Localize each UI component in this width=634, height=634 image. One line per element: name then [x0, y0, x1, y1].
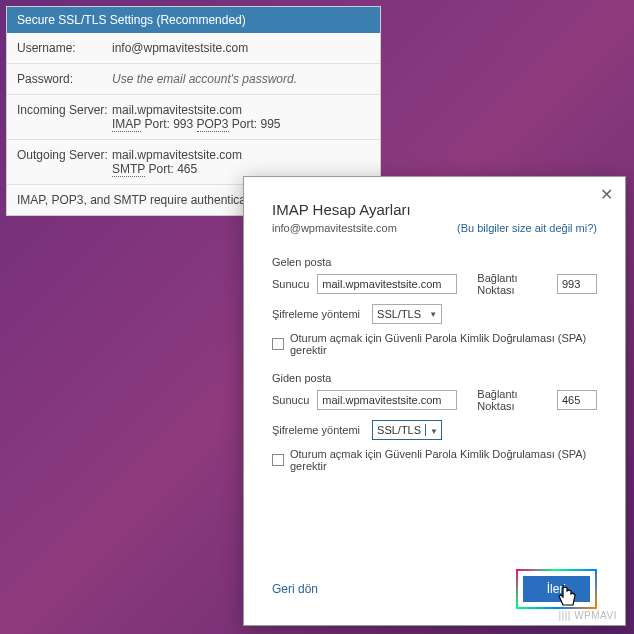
incoming-section-label: Gelen posta — [272, 256, 597, 268]
chevron-down-icon: ▼ — [429, 310, 437, 319]
pop3-port: Port: 995 — [229, 117, 281, 131]
ssl-settings-header: Secure SSL/TLS Settings (Recommended) — [7, 7, 380, 33]
imap-settings-dialog: ✕ IMAP Hesap Ayarları info@wpmavitestsit… — [243, 176, 626, 626]
incoming-encrypt-label: Şifreleme yöntemi — [272, 308, 360, 320]
outgoing-encrypt-select[interactable]: SSL/TLS ▼ — [372, 420, 442, 440]
incoming-value: mail.wpmavitestsite.com IMAP Port: 993 P… — [112, 103, 370, 131]
incoming-encrypt-row: Şifreleme yöntemi SSL/TLS ▼ — [272, 304, 597, 324]
incoming-label: Incoming Server: — [17, 103, 112, 131]
outgoing-encrypt-label: Şifreleme yöntemi — [272, 424, 360, 436]
back-button[interactable]: Geri dön — [272, 582, 318, 596]
username-value: info@wpmavitestsite.com — [112, 41, 370, 55]
outgoing-spa-checkbox[interactable] — [272, 454, 284, 466]
outgoing-server-label: Sunucu — [272, 394, 309, 406]
password-row: Password: Use the email account's passwo… — [7, 64, 380, 95]
password-label: Password: — [17, 72, 112, 86]
incoming-spa-row: Oturum açmak için Güvenli Parola Kimlik … — [272, 332, 597, 356]
outgoing-port-label: Bağlantı Noktası — [477, 388, 549, 412]
pop3-proto: POP3 — [197, 117, 229, 132]
username-row: Username: info@wpmavitestsite.com — [7, 33, 380, 64]
imap-proto: IMAP — [112, 117, 141, 132]
next-button[interactable]: İleri — [523, 576, 590, 602]
dialog-title: IMAP Hesap Ayarları — [272, 201, 597, 218]
incoming-port-label: Bağlantı Noktası — [477, 272, 549, 296]
outgoing-host: mail.wpmavitestsite.com — [112, 148, 370, 162]
incoming-server-input[interactable] — [317, 274, 457, 294]
dialog-footer: Geri dön İleri — [272, 569, 597, 609]
outgoing-spa-row: Oturum açmak için Güvenli Parola Kimlik … — [272, 448, 597, 472]
outgoing-encrypt-value: SSL/TLS — [377, 424, 421, 436]
incoming-port-input[interactable] — [557, 274, 597, 294]
not-you-link[interactable]: (Bu bilgiler size ait değil mi?) — [457, 222, 597, 234]
outgoing-server-input[interactable] — [317, 390, 457, 410]
incoming-spa-label: Oturum açmak için Güvenli Parola Kimlik … — [290, 332, 597, 356]
incoming-server-label: Sunucu — [272, 278, 309, 290]
imap-port: Port: 993 — [141, 117, 196, 131]
smtp-port: Port: 465 — [145, 162, 197, 176]
outgoing-label: Outgoing Server: — [17, 148, 112, 176]
incoming-server-row: Sunucu Bağlantı Noktası — [272, 272, 597, 296]
chevron-down-icon: ▼ — [430, 427, 438, 436]
next-button-highlight: İleri — [516, 569, 597, 609]
watermark: |||| WPMAVI — [559, 610, 617, 621]
outgoing-spa-label: Oturum açmak için Güvenli Parola Kimlik … — [290, 448, 597, 472]
incoming-spa-checkbox[interactable] — [272, 338, 284, 350]
incoming-encrypt-value: SSL/TLS — [377, 308, 421, 320]
incoming-row: Incoming Server: mail.wpmavitestsite.com… — [7, 95, 380, 140]
password-value: Use the email account's password. — [112, 72, 370, 86]
incoming-encrypt-select[interactable]: SSL/TLS ▼ — [372, 304, 442, 324]
outgoing-port-input[interactable] — [557, 390, 597, 410]
outgoing-value: mail.wpmavitestsite.com SMTP Port: 465 — [112, 148, 370, 176]
dialog-email: info@wpmavitestsite.com — [272, 222, 397, 234]
outgoing-ports: SMTP Port: 465 — [112, 162, 370, 176]
outgoing-server-row: Sunucu Bağlantı Noktası — [272, 388, 597, 412]
smtp-proto: SMTP — [112, 162, 145, 177]
incoming-ports: IMAP Port: 993 POP3 Port: 995 — [112, 117, 370, 131]
select-arrow-box: ▼ — [425, 424, 438, 436]
outgoing-section-label: Giden posta — [272, 372, 597, 384]
incoming-host: mail.wpmavitestsite.com — [112, 103, 370, 117]
username-label: Username: — [17, 41, 112, 55]
outgoing-encrypt-row: Şifreleme yöntemi SSL/TLS ▼ — [272, 420, 597, 440]
close-icon[interactable]: ✕ — [600, 185, 613, 204]
